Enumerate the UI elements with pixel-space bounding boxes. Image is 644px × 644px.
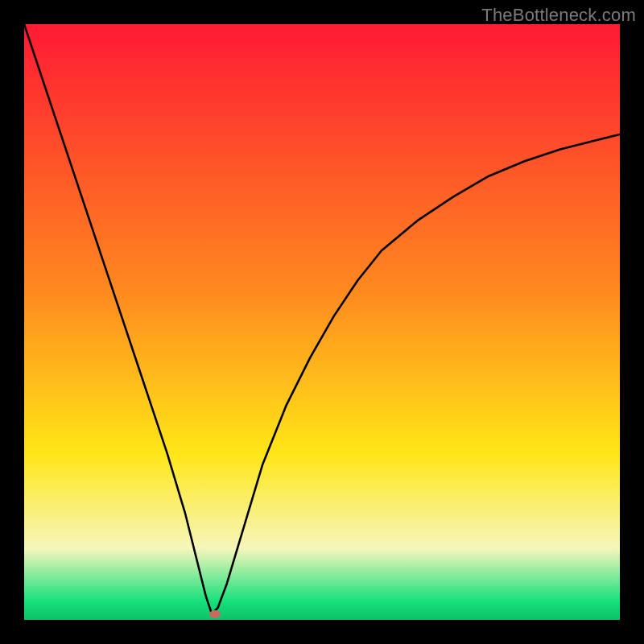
bottleneck-curve — [24, 24, 620, 620]
watermark-text: TheBottleneck.com — [481, 5, 636, 26]
chart-frame: TheBottleneck.com — [0, 0, 644, 644]
optimal-point-marker — [209, 610, 221, 618]
plot-area — [24, 24, 620, 620]
